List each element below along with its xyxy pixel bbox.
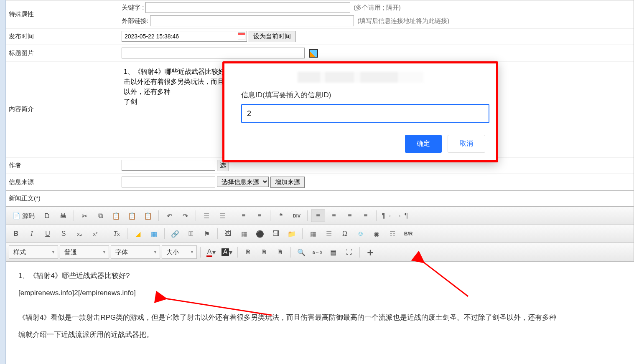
ltr-icon[interactable]: ¶→ [380, 210, 394, 222]
extlink-hint: (填写后信息连接地址将为此链接) [357, 17, 449, 25]
label-pubtime: 发布时间 [6, 28, 118, 45]
font-dropdown[interactable]: 字体 [111, 245, 160, 259]
template2-icon[interactable]: 🗎 [257, 246, 271, 258]
titlepic-input[interactable] [122, 48, 305, 58]
flash-icon[interactable]: ⚫ [253, 228, 267, 240]
code-icon[interactable]: B/R [401, 228, 415, 240]
print-icon[interactable]: 🖶 [56, 210, 70, 222]
pubtime-input[interactable] [122, 31, 247, 42]
link-icon[interactable]: 🔗 [168, 228, 182, 240]
label-newsbody: 新闻正文(*) [6, 191, 634, 207]
text-color-icon[interactable]: A▾ [204, 246, 218, 258]
label-intro: 内容简介 [6, 61, 118, 157]
table-icon[interactable]: ▦ [306, 228, 320, 240]
align-left-icon[interactable]: ≡ [311, 210, 325, 222]
template1-icon[interactable]: 🗎 [241, 246, 255, 258]
special-char-icon[interactable]: Ω [338, 228, 352, 240]
underline-icon[interactable]: U [41, 228, 55, 240]
iframe-icon[interactable]: ☶ [385, 228, 400, 240]
label-keyword: 关键字 : [122, 4, 144, 12]
align-justify-icon[interactable]: ≡ [359, 210, 373, 222]
source-button[interactable]: 📄 源码 [9, 210, 38, 222]
fullscreen-icon[interactable]: ⛶ [342, 246, 356, 258]
paste-word-icon[interactable]: 📋 [141, 210, 155, 222]
calendar-icon[interactable] [238, 33, 245, 40]
replace-icon[interactable]: a↔b [310, 246, 324, 258]
keyword-hint: (多个请用 ; 隔开) [354, 4, 401, 12]
content-line-1[interactable]: 1、《辐射4》哪些近战武器比较好? [18, 270, 621, 282]
anchor-icon[interactable]: ⚑ [200, 228, 214, 240]
pagebreak-icon[interactable]: ◉ [369, 228, 384, 240]
indent-icon[interactable]: ≡ [252, 210, 267, 222]
newpage-icon[interactable]: 🗋 [40, 210, 54, 222]
redo-icon[interactable]: ↷ [178, 210, 192, 222]
label-special: 特殊属性 [6, 0, 118, 28]
undo-icon[interactable]: ↶ [162, 210, 176, 222]
label-extlink: 外部链接: [122, 17, 148, 25]
folder-icon[interactable]: 📁 [285, 228, 299, 240]
strike-icon[interactable]: S [56, 228, 71, 240]
unlink-icon[interactable]: 🔗⃠ [184, 228, 198, 240]
blocks-icon[interactable]: ▤ [326, 246, 340, 258]
hr-icon[interactable]: ☰ [322, 228, 336, 240]
superscript-icon[interactable]: x² [88, 228, 102, 240]
outdent-icon[interactable]: ≡ [237, 210, 251, 222]
template3-icon[interactable]: 🗎 [273, 246, 287, 258]
content-line-3[interactable]: 《辐射4》看似是一款射击RPG类的游戏，但是它除了射击以外还有着很多另类玩法，而… [18, 312, 621, 324]
keyword-input[interactable] [145, 2, 350, 13]
paste-text-icon[interactable]: 📋 [125, 210, 139, 222]
remove-format-icon[interactable]: Tx [109, 228, 124, 240]
paste-icon[interactable]: 📋 [109, 210, 123, 222]
bg-color-icon[interactable]: A▾ [220, 246, 234, 258]
source-select[interactable]: 选择信息来源 [217, 177, 269, 187]
editor-content[interactable]: 1、《辐射4》哪些近战武器比较好? [empirenews.info]2[/em… [6, 262, 634, 354]
label-author: 作者 [6, 157, 118, 174]
dialog-ok-button[interactable]: 确定 [405, 135, 442, 153]
cut-icon[interactable]: ✂ [77, 210, 92, 222]
select-all-icon[interactable]: ▦ [147, 228, 161, 240]
author-input[interactable] [122, 160, 215, 171]
size-dropdown[interactable]: 大小 [162, 245, 197, 259]
label-titlepic: 标题图片 [6, 45, 118, 61]
align-right-icon[interactable]: ≡ [343, 210, 357, 222]
bullist-icon[interactable]: ☰ [215, 210, 229, 222]
insert-plus-button[interactable]: ＋ [363, 246, 377, 258]
emoji-icon[interactable]: ☺ [354, 228, 368, 240]
source-input[interactable] [122, 177, 215, 187]
dialog-title-blurred [298, 72, 423, 83]
label-source: 信息来源 [6, 174, 118, 191]
source-add-button[interactable]: 增加来源 [270, 177, 305, 188]
extlink-input[interactable] [150, 15, 354, 26]
content-line-2[interactable]: [empirenews.info]2[/empirenews.info] [18, 287, 621, 299]
numlist-icon[interactable]: ☰ [199, 210, 214, 222]
dialog-input[interactable] [241, 104, 489, 123]
image-picker-icon[interactable] [309, 49, 318, 58]
editor-toolbar-3: 样式 普通 字体 大小 A▾ A▾ 🗎 🗎 🗎 🔍 a↔b ▤ ⛶ ＋ [6, 243, 634, 262]
media-icon[interactable]: 🎞 [269, 228, 283, 240]
italic-icon[interactable]: I [25, 228, 39, 240]
dialog-label: 信息ID(填写要插入的信息ID) [241, 90, 488, 100]
style-dropdown[interactable]: 样式 [9, 245, 58, 259]
rtl-icon[interactable]: ←¶ [396, 210, 410, 222]
highlight-icon[interactable]: ◢ [131, 228, 145, 240]
editor-toolbar-2: B I U S x₂ x² Tx ◢ ▦ 🔗 🔗⃠ ⚑ 🖼 ▦ ⚫ 🎞 📁 ▦ … [6, 225, 634, 243]
insert-id-dialog: 信息ID(填写要插入的信息ID) 确定 取消 [222, 61, 498, 162]
image-icon[interactable]: 🖼 [221, 228, 235, 240]
format-dropdown[interactable]: 普通 [60, 245, 109, 259]
editor-toolbar-1: 📄 源码 🗋 🖶 ✂ ⧉ 📋 📋 📋 ↶ ↷ ☰ ☰ ≡ ≡ ❝ DIV ≡ ≡… [6, 207, 634, 225]
align-center-icon[interactable]: ≡ [327, 210, 341, 222]
div-icon[interactable]: DIV [290, 210, 304, 222]
left-gutter [0, 0, 6, 364]
bold-icon[interactable]: B [9, 228, 23, 240]
copy-icon[interactable]: ⧉ [93, 210, 107, 222]
set-now-button[interactable]: 设为当前时间 [249, 31, 295, 42]
dialog-cancel-button[interactable]: 取消 [448, 135, 485, 153]
subscript-icon[interactable]: x₂ [72, 228, 87, 240]
quote-icon[interactable]: ❝ [274, 210, 288, 222]
video-icon[interactable]: ▦ [237, 228, 251, 240]
content-line-4[interactable]: 编就介绍一下近战流派所用的近战武器把。 [18, 329, 621, 341]
search-icon[interactable]: 🔍 [294, 246, 308, 258]
